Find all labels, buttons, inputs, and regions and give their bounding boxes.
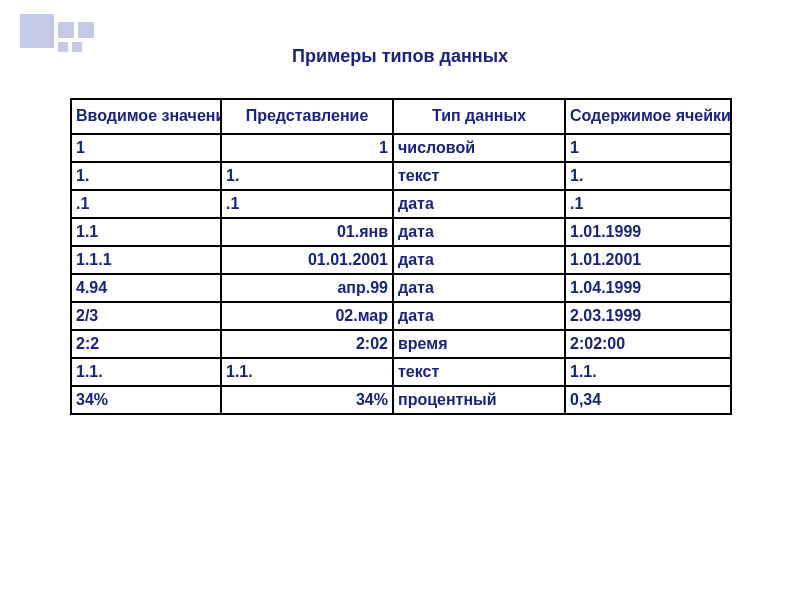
cell-representation: 1.: [221, 162, 393, 190]
cell-input: 34%: [71, 386, 221, 414]
cell-input: 1: [71, 134, 221, 162]
cell-type: дата: [393, 302, 565, 330]
cell-input: .1: [71, 190, 221, 218]
cell-type: дата: [393, 218, 565, 246]
cell-input: 1.1.1: [71, 246, 221, 274]
cell-input: 1.1: [71, 218, 221, 246]
cell-content: 1.01.1999: [565, 218, 731, 246]
cell-content: 2.03.1999: [565, 302, 731, 330]
cell-representation: 02.мар: [221, 302, 393, 330]
table-row: 4.94апр.99дата1.04.1999: [71, 274, 731, 302]
cell-representation: 01.01.2001: [221, 246, 393, 274]
cell-input: 1.1.: [71, 358, 221, 386]
cell-representation: 1.1.: [221, 358, 393, 386]
data-types-table: Вводимое значение Представление Тип данн…: [70, 98, 730, 415]
cell-representation: 2:02: [221, 330, 393, 358]
cell-representation: апр.99: [221, 274, 393, 302]
cell-input: 4.94: [71, 274, 221, 302]
cell-content: 1.04.1999: [565, 274, 731, 302]
table-row: 1.101.янвдата1.01.1999: [71, 218, 731, 246]
table-header-row: Вводимое значение Представление Тип данн…: [71, 99, 731, 134]
cell-representation: 1: [221, 134, 393, 162]
cell-representation: 34%: [221, 386, 393, 414]
cell-content: 1.1.: [565, 358, 731, 386]
table-row: 2:22:02время2:02:00: [71, 330, 731, 358]
cell-input: 2/3: [71, 302, 221, 330]
col-header-input: Вводимое значение: [71, 99, 221, 134]
col-header-type: Тип данных: [393, 99, 565, 134]
cell-type: время: [393, 330, 565, 358]
page-title: Примеры типов данных: [0, 46, 800, 67]
cell-content: .1: [565, 190, 731, 218]
cell-content: 1: [565, 134, 731, 162]
cell-type: дата: [393, 246, 565, 274]
cell-content: 2:02:00: [565, 330, 731, 358]
table-row: 34%34%процентный0,34: [71, 386, 731, 414]
cell-content: 0,34: [565, 386, 731, 414]
cell-content: 1.: [565, 162, 731, 190]
cell-type: текст: [393, 162, 565, 190]
table-row: .1.1дата.1: [71, 190, 731, 218]
cell-content: 1.01.2001: [565, 246, 731, 274]
table-row: 1.1.1.1.текст1.1.: [71, 358, 731, 386]
cell-type: дата: [393, 274, 565, 302]
table-row: 11числовой1: [71, 134, 731, 162]
cell-type: дата: [393, 190, 565, 218]
col-header-content: Содержимое ячейки: [565, 99, 731, 134]
cell-type: текст: [393, 358, 565, 386]
cell-representation: .1: [221, 190, 393, 218]
cell-type: числовой: [393, 134, 565, 162]
table-row: 2/302.мардата2.03.1999: [71, 302, 731, 330]
cell-input: 1.: [71, 162, 221, 190]
table-row: 1.1.текст1.: [71, 162, 731, 190]
cell-type: процентный: [393, 386, 565, 414]
table-row: 1.1.101.01.2001дата1.01.2001: [71, 246, 731, 274]
cell-representation: 01.янв: [221, 218, 393, 246]
col-header-repr: Представление: [221, 99, 393, 134]
cell-input: 2:2: [71, 330, 221, 358]
